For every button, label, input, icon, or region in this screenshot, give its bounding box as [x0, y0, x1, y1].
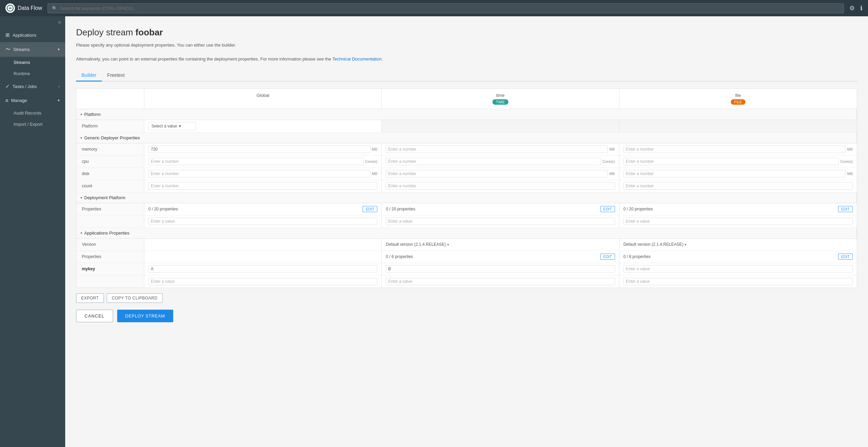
mykey-global-input[interactable]: [148, 265, 377, 273]
dp-value-global-input[interactable]: [148, 218, 377, 225]
technical-doc-link[interactable]: Technical Documentation: [332, 56, 382, 62]
tab-freetext[interactable]: Freetext: [102, 70, 130, 82]
edit-dp-props-time-button[interactable]: EDIT: [600, 206, 615, 212]
export-button[interactable]: EXPORT: [76, 293, 104, 303]
sidebar-item-streams-sub[interactable]: Streams: [0, 57, 65, 68]
row-cell-dp-value-file: [619, 216, 857, 227]
cancel-button[interactable]: CANCEL: [76, 310, 113, 322]
page-title: Deploy stream foobar: [76, 27, 857, 38]
sidebar-item-label: Streams: [13, 47, 30, 52]
row-cell-memory-file: MB: [619, 143, 857, 155]
tabs: Builder Freetext: [76, 70, 857, 82]
action-row: EXPORT COPY TO CLIPBOARD: [76, 293, 857, 303]
sidebar-sub-label: Audit Records: [14, 110, 41, 116]
table-header: Global time TIME file FILE: [76, 89, 857, 109]
mykey-file-input[interactable]: [623, 265, 853, 273]
cpu-time-input[interactable]: [386, 158, 601, 165]
chevron-down-icon: ▾: [80, 136, 82, 140]
row-cell-dp-props-time: 0 / 20 properties EDIT: [382, 203, 619, 215]
row-cell-platform-time: [382, 120, 619, 132]
section-deployment-platform-header: ▾ Deployment Platform: [76, 192, 857, 203]
version-time-select[interactable]: Default version (2.1.4.RELEASE) ▾: [386, 242, 449, 247]
row-label-ap-value: [76, 275, 144, 288]
ap-value-time-input[interactable]: [386, 278, 615, 285]
search-bar[interactable]: 🔍: [48, 3, 844, 13]
sidebar-item-tasks-jobs[interactable]: ✓ Tasks / Jobs ›: [0, 79, 65, 93]
row-label-dp-properties: Properties: [76, 203, 144, 215]
table-row: Platform Select a value ▾: [76, 120, 857, 133]
sidebar-item-import-export[interactable]: Import / Export: [0, 119, 65, 130]
disk-time-input[interactable]: [386, 170, 608, 177]
row-cell-mykey-time: [382, 263, 619, 275]
row-label-count: count: [76, 180, 144, 192]
cpu-file-input[interactable]: [623, 158, 839, 165]
platform-select[interactable]: Select a value ▾: [148, 122, 196, 130]
streams-icon: 〜: [5, 46, 11, 53]
row-cell-version-time: Default version (2.1.4.RELEASE) ▾: [382, 239, 619, 251]
section-app-properties-header: ▾ Applications Properties: [76, 228, 857, 239]
memory-global-input[interactable]: [148, 145, 370, 153]
version-file-select[interactable]: Default version (2.1.4.RELEASE) ▾: [623, 242, 687, 247]
table-row: [76, 275, 857, 288]
info-icon[interactable]: ℹ: [860, 4, 863, 12]
row-cell-count-file: [619, 180, 857, 192]
row-cell-mykey-file: [619, 263, 857, 275]
edit-ap-props-file-button[interactable]: EDIT: [838, 254, 853, 260]
row-cell-ap-value-global: [144, 275, 382, 288]
disk-file-input[interactable]: [623, 170, 846, 177]
count-time-input[interactable]: [386, 182, 615, 190]
dp-value-file-input[interactable]: [623, 218, 853, 225]
col-header-global: Global: [144, 89, 382, 109]
edit-dp-props-file-button[interactable]: EDIT: [838, 206, 853, 212]
row-label-disk: disk: [76, 168, 144, 180]
row-cell-cpu-time: Core(s): [382, 156, 619, 168]
count-global-input[interactable]: [148, 182, 377, 190]
sidebar-item-streams[interactable]: 〜 Streams ▾: [0, 42, 65, 57]
tab-builder[interactable]: Builder: [76, 70, 102, 82]
row-cell-disk-file: MB: [619, 168, 857, 180]
settings-icon[interactable]: ⚙: [849, 4, 855, 12]
col-header-time: time TIME: [382, 89, 619, 109]
col-header-empty: [76, 89, 144, 109]
count-file-input[interactable]: [623, 182, 853, 190]
file-badge: FILE: [731, 99, 745, 105]
deploy-stream-button[interactable]: DEPLOY STREAM: [117, 310, 173, 322]
row-label-platform: Platform: [76, 120, 144, 132]
sidebar-collapse-button[interactable]: «: [0, 16, 65, 28]
sidebar-item-runtime-sub[interactable]: Runtime: [0, 68, 65, 79]
copy-to-clipboard-button[interactable]: COPY TO CLIPBOARD: [107, 293, 163, 303]
dp-value-time-input[interactable]: [386, 218, 615, 225]
col-header-file: file FILE: [619, 89, 857, 109]
row-cell-version-file: Default version (2.1.4.RELEASE) ▾: [619, 239, 857, 251]
manage-icon: ≡: [5, 98, 8, 103]
row-cell-disk-time: MB: [382, 168, 619, 180]
search-input[interactable]: [60, 6, 839, 11]
table-row: memory MB MB MB: [76, 143, 857, 156]
page-subtitle-2: Alternatively, you can point to an exter…: [76, 56, 857, 63]
table-row: disk MB MB MB: [76, 168, 857, 180]
search-icon: 🔍: [52, 6, 57, 11]
disk-global-input[interactable]: [148, 170, 370, 177]
chevron-down-icon: ▾: [58, 98, 60, 103]
sidebar-item-manage[interactable]: ≡ Manage ▾: [0, 93, 65, 107]
mykey-time-input[interactable]: [386, 265, 615, 273]
ap-value-global-input[interactable]: [148, 278, 377, 285]
table-row: Properties 0 / 20 properties EDIT 0 / 20…: [76, 203, 857, 216]
edit-ap-props-time-button[interactable]: EDIT: [600, 254, 615, 260]
section-platform-header: ▾ Platform: [76, 109, 857, 120]
section-platform-title: ▾ Platform: [76, 109, 857, 120]
sidebar-item-applications[interactable]: ⊞ Applications: [0, 28, 65, 42]
main-layout: « ⊞ Applications 〜 Streams ▾ Streams Run…: [0, 16, 868, 447]
chevron-right-icon: ›: [58, 84, 60, 88]
row-label-dp-value: [76, 216, 144, 227]
memory-time-input[interactable]: [386, 145, 608, 153]
app-name: Data Flow: [18, 5, 42, 11]
ap-value-file-input[interactable]: [623, 278, 853, 285]
sidebar-sub-label: Import / Export: [14, 122, 42, 127]
chevron-down-icon: ▾: [80, 113, 82, 116]
edit-dp-props-global-button[interactable]: EDIT: [363, 206, 377, 212]
cpu-global-input[interactable]: [148, 158, 364, 165]
row-cell-memory-global: MB: [144, 143, 382, 155]
memory-file-input[interactable]: [623, 145, 846, 153]
sidebar-item-audit-records[interactable]: Audit Records: [0, 107, 65, 119]
